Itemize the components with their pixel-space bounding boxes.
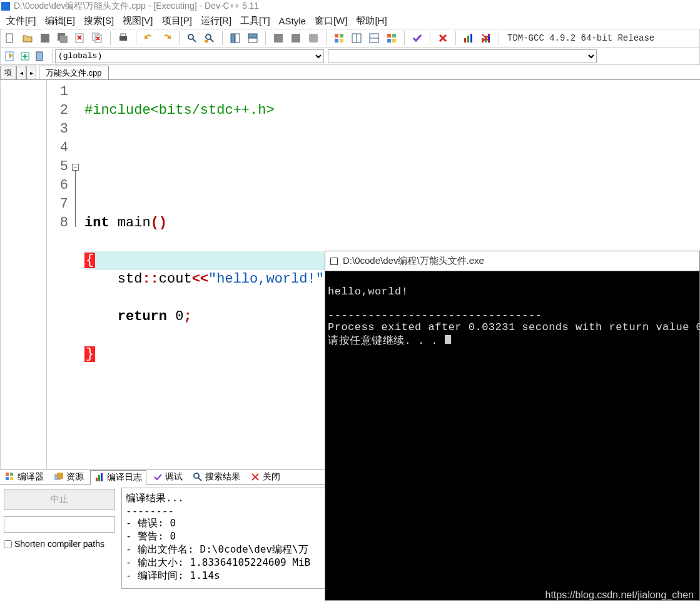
svg-rect-24 (340, 39, 343, 43)
svg-rect-18 (274, 34, 283, 43)
delete-icon[interactable] (436, 31, 450, 45)
goto-icon[interactable] (3, 49, 17, 63)
print-icon[interactable] (116, 31, 130, 45)
tab-scroll-right[interactable]: ▸ (26, 66, 36, 79)
find-icon[interactable] (185, 31, 199, 45)
project-panel (1, 80, 47, 469)
redo-icon[interactable] (160, 31, 173, 45)
grid2-icon[interactable] (350, 31, 363, 45)
svg-rect-16 (248, 34, 257, 38)
menu-project[interactable]: 项目[P] (158, 14, 196, 28)
globals-select[interactable]: (globals) (55, 49, 324, 63)
menu-search[interactable]: 搜索[S] (80, 14, 118, 28)
svg-rect-17 (248, 38, 257, 43)
project-tab[interactable]: 项 (0, 66, 16, 79)
svg-line-10 (193, 39, 196, 42)
svg-rect-19 (292, 34, 300, 43)
svg-point-51 (194, 473, 199, 478)
tab-debug[interactable]: 调试 (149, 469, 186, 484)
menu-help[interactable]: 帮助[H] (352, 14, 390, 28)
svg-rect-8 (121, 34, 126, 36)
svg-rect-1 (41, 34, 49, 43)
svg-rect-15 (235, 34, 240, 43)
tab-close[interactable]: 关闭 (246, 469, 284, 484)
svg-rect-20 (309, 34, 318, 43)
filter-input[interactable] (4, 516, 115, 533)
menu-tools[interactable]: 工具[T] (236, 14, 274, 28)
save-all-icon[interactable] (56, 31, 69, 45)
menu-window[interactable]: 窗口[W] (311, 14, 352, 28)
grid3-icon[interactable] (367, 31, 381, 45)
toolbar: TDM-GCC 4.9.2 64-bit Release (0, 29, 700, 48)
menu-astyle[interactable]: AStyle (275, 14, 310, 28)
file-tab[interactable]: 万能头文件.cpp (39, 66, 109, 79)
menu-view[interactable]: 视图[V] (119, 14, 156, 28)
add-icon[interactable] (18, 49, 32, 63)
svg-rect-3 (60, 36, 68, 43)
svg-point-9 (188, 34, 193, 39)
menu-bar: 文件[F] 编辑[E] 搜索[S] 视图[V] 项目[P] 运行[R] 工具[T… (0, 13, 700, 29)
compile-run-icon[interactable] (307, 31, 320, 45)
watermark: https://blog.csdn.net/jialong_chen (545, 589, 694, 601)
chart-icon[interactable] (462, 31, 475, 45)
svg-rect-30 (392, 34, 396, 38)
console-titlebar[interactable]: D:\0code\dev编程\万能头文件.exe (325, 251, 699, 271)
svg-rect-43 (10, 473, 13, 476)
console-icon (330, 258, 338, 265)
svg-rect-21 (335, 34, 338, 38)
title-bar: D:\0code\dev编程\万能头文件.cpp - [Executing] -… (0, 0, 700, 13)
new-file-icon[interactable] (3, 31, 17, 45)
open-file-icon[interactable] (21, 31, 34, 45)
svg-line-52 (198, 478, 201, 481)
chart-x-icon[interactable] (479, 31, 493, 45)
tab-scroll-left[interactable]: ◂ (16, 66, 26, 79)
tab-search-results[interactable]: 搜索结果 (189, 469, 244, 484)
tab-compiler[interactable]: 编译器 (1, 469, 48, 484)
menu-edit[interactable]: 编辑[E] (41, 14, 79, 28)
tab-bar: 项 ◂ ▸ 万能头文件.cpp (0, 65, 700, 80)
members-select[interactable] (328, 49, 597, 63)
svg-rect-13 (205, 40, 208, 43)
svg-rect-0 (6, 34, 13, 43)
svg-rect-48 (96, 478, 98, 481)
bottom-panel-left: 中止 Shorten compiler paths (0, 485, 119, 591)
run-icon[interactable] (289, 31, 303, 45)
abort-button[interactable]: 中止 (4, 489, 115, 510)
svg-rect-50 (101, 473, 103, 481)
undo-icon[interactable] (142, 31, 156, 45)
layout-icon[interactable] (228, 31, 242, 45)
tab-resources[interactable]: 资源 (50, 469, 88, 484)
menu-run[interactable]: 运行[R] (197, 14, 235, 28)
check-icon[interactable] (410, 31, 424, 45)
svg-rect-32 (392, 39, 396, 43)
compile-icon[interactable] (271, 31, 285, 45)
svg-rect-29 (387, 34, 391, 38)
cursor-icon (445, 335, 451, 344)
svg-rect-49 (98, 475, 100, 481)
grid4-icon[interactable] (385, 31, 398, 45)
svg-rect-7 (119, 36, 127, 41)
svg-rect-33 (464, 38, 466, 43)
shorten-paths-checkbox[interactable]: Shorten compiler paths (4, 539, 115, 549)
svg-line-12 (210, 39, 213, 42)
svg-rect-34 (467, 36, 469, 43)
console-output: hello,world! ---------------------------… (325, 271, 699, 362)
close-file-icon[interactable] (73, 31, 87, 45)
replace-icon[interactable] (203, 31, 216, 45)
console-window[interactable]: D:\0code\dev编程\万能头文件.exe hello,world! --… (325, 251, 700, 601)
compiler-label[interactable]: TDM-GCC 4.9.2 64-bit Release (507, 33, 654, 43)
svg-rect-22 (340, 34, 343, 38)
bookmark-icon[interactable] (33, 49, 47, 63)
menu-file[interactable]: 文件[F] (3, 14, 40, 28)
svg-rect-23 (335, 39, 338, 43)
layout2-icon[interactable] (246, 31, 260, 45)
svg-point-11 (206, 34, 211, 39)
save-icon[interactable] (38, 31, 52, 45)
tab-log[interactable]: 编译日志 (90, 470, 146, 485)
fold-toggle-icon[interactable]: − (72, 164, 79, 171)
grid1-icon[interactable] (332, 31, 346, 45)
close-all-icon[interactable] (91, 31, 104, 45)
console-title-text: D:\0code\dev编程\万能头文件.exe (343, 255, 484, 267)
fold-gutter: − (72, 80, 84, 469)
svg-rect-45 (10, 477, 13, 480)
